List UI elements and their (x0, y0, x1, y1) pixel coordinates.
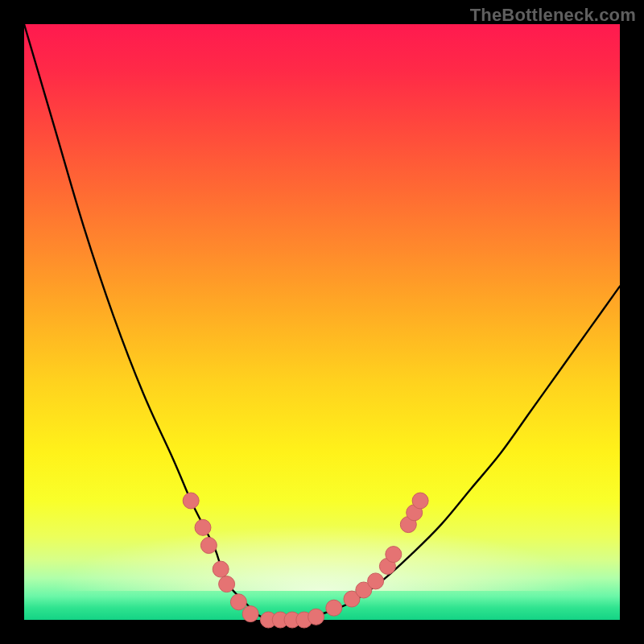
curve-marker (386, 547, 402, 563)
plot-area (24, 24, 620, 620)
curve-marker (368, 573, 384, 589)
bottleneck-curve (24, 24, 620, 621)
curve-layer (24, 24, 620, 620)
curve-marker (213, 561, 229, 577)
chart-frame: TheBottleneck.com (0, 0, 644, 644)
curve-marker (183, 493, 199, 509)
curve-marker (412, 493, 428, 509)
curve-marker (195, 519, 211, 535)
curve-marker (200, 538, 217, 554)
watermark-label: TheBottleneck.com (470, 5, 636, 26)
curve-marker (326, 600, 342, 616)
curve-marker (230, 594, 246, 610)
curve-marker (308, 609, 324, 625)
curve-marker (219, 576, 235, 592)
curve-marker (242, 606, 258, 622)
